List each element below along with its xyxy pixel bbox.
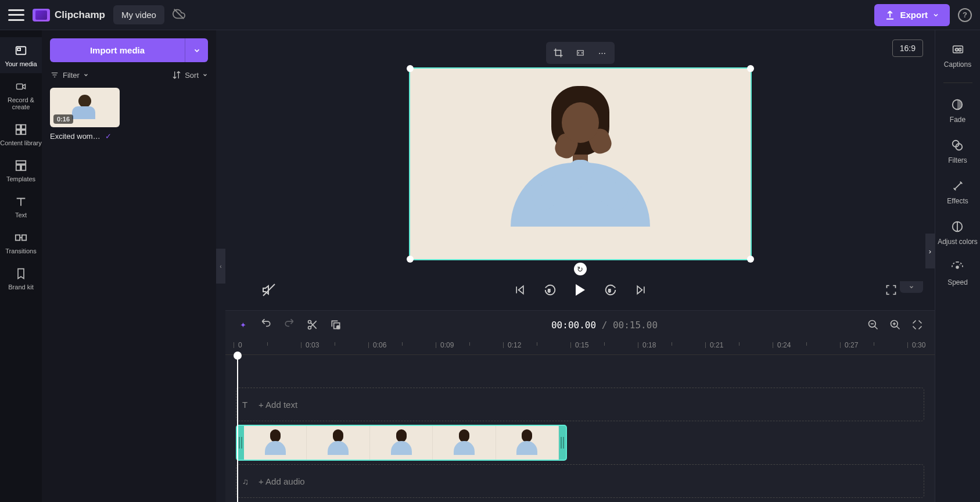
divider xyxy=(943,83,972,83)
thumbnail-figure xyxy=(72,95,98,120)
collapse-timeline-button[interactable] xyxy=(900,281,923,293)
brand-name: Clipchamp xyxy=(55,9,105,21)
adjust-colors-icon xyxy=(950,219,965,234)
crop-toolbar: ⋯ xyxy=(546,42,615,64)
svg-rect-3 xyxy=(17,84,23,89)
collapse-panel-button[interactable]: ‹ xyxy=(216,249,225,284)
rail-label: Templates xyxy=(6,175,35,182)
media-title: Excited wom… xyxy=(50,132,100,141)
fade-button[interactable]: Fade xyxy=(950,97,965,124)
svg-text:5: 5 xyxy=(548,288,550,293)
undo-button[interactable] xyxy=(259,318,273,332)
svg-rect-2 xyxy=(17,48,20,51)
redo-button[interactable] xyxy=(282,318,296,332)
resize-handle-br[interactable] xyxy=(747,256,754,263)
timeline-ruler[interactable]: 00:030:060:090:120:150:180:210:240:270:3… xyxy=(225,339,935,355)
ruler-tick: 0:27 xyxy=(845,341,858,349)
adjust-colors-button[interactable]: Adjust colors xyxy=(938,219,978,246)
split-button[interactable] xyxy=(306,318,320,332)
ruler-tick: 0:30 xyxy=(912,341,925,349)
playhead[interactable] xyxy=(237,355,238,502)
mute-button[interactable] xyxy=(260,281,278,299)
rail-content-library[interactable]: Content library xyxy=(0,116,42,152)
brand-logo: Clipchamp xyxy=(33,9,105,21)
add-audio-label: + Add audio xyxy=(259,476,305,486)
zoom-fit-button[interactable] xyxy=(910,318,924,332)
video-clip[interactable] xyxy=(236,425,567,461)
add-audio-track[interactable]: ♫ + Add audio xyxy=(236,464,924,498)
rr-label: Adjust colors xyxy=(938,238,978,246)
rail-brand-kit[interactable]: Brand kit xyxy=(0,260,42,296)
video-preview[interactable]: ↻ xyxy=(409,67,752,260)
crop-tool[interactable] xyxy=(548,44,568,62)
project-name[interactable]: My video xyxy=(113,5,164,24)
svg-point-24 xyxy=(308,321,311,324)
more-tool[interactable]: ⋯ xyxy=(593,44,612,62)
filter-label: Filter xyxy=(63,71,80,80)
clip-thumbnails xyxy=(244,426,559,460)
rr-label: Fade xyxy=(950,116,965,124)
svg-line-29 xyxy=(875,327,878,329)
menu-button[interactable] xyxy=(8,9,24,21)
ai-tool[interactable]: ✦ xyxy=(236,318,250,332)
rr-label: Effects xyxy=(947,197,968,205)
ruler-tick: 0:03 xyxy=(306,341,319,349)
ruler-tick: 0:09 xyxy=(440,341,454,349)
import-media-button[interactable]: Import media xyxy=(50,38,185,62)
duplicate-button[interactable] xyxy=(329,318,343,332)
export-button[interactable]: Export xyxy=(874,4,950,26)
forward-5s-button[interactable]: 5 xyxy=(602,281,619,299)
resize-handle-bl[interactable] xyxy=(407,256,414,263)
skip-back-button[interactable] xyxy=(511,281,529,299)
ruler-tick: 0:21 xyxy=(710,341,723,349)
rotate-handle[interactable]: ↻ xyxy=(574,263,587,275)
import-dropdown[interactable] xyxy=(185,38,208,62)
media-thumbnail[interactable]: 0:16 xyxy=(50,88,120,127)
rewind-5s-button[interactable]: 5 xyxy=(541,281,559,299)
help-button[interactable]: ? xyxy=(958,8,972,22)
rail-templates[interactable]: Templates xyxy=(0,152,42,188)
fullscreen-button[interactable] xyxy=(882,281,900,299)
media-item[interactable]: 0:16 Excited wom… ✓ xyxy=(50,88,120,141)
skip-forward-button[interactable] xyxy=(632,281,649,299)
resize-handle-tl[interactable] xyxy=(407,65,414,72)
rail-label: Text xyxy=(15,211,27,218)
sort-button[interactable]: Sort xyxy=(172,70,208,80)
svg-text:5: 5 xyxy=(608,288,611,293)
rail-label: Record & create xyxy=(0,96,42,110)
rail-your-media[interactable]: Your media xyxy=(0,37,42,73)
media-icon xyxy=(13,43,28,58)
speed-icon xyxy=(950,260,965,275)
filters-button[interactable]: Filters xyxy=(948,138,967,164)
rail-label: Your media xyxy=(5,60,37,67)
effects-button[interactable]: Effects xyxy=(947,178,968,205)
resize-handle-tr[interactable] xyxy=(747,65,754,72)
collapse-right-panel-button[interactable]: › xyxy=(925,234,935,268)
svg-rect-10 xyxy=(21,165,26,170)
rail-record-create[interactable]: Record & create xyxy=(0,73,42,116)
rail-text[interactable]: Text xyxy=(0,188,42,224)
captions-button[interactable]: CC Captions xyxy=(944,42,971,69)
svg-rect-8 xyxy=(16,161,26,164)
cloud-off-icon[interactable] xyxy=(173,8,185,22)
add-text-track[interactable]: T + Add text xyxy=(236,388,924,421)
text-track-icon: T xyxy=(242,400,253,410)
filter-button[interactable]: Filter xyxy=(50,70,89,80)
clip-trim-right[interactable] xyxy=(559,426,566,460)
svg-marker-18 xyxy=(518,286,523,293)
play-button[interactable] xyxy=(572,281,589,299)
svg-text:CC: CC xyxy=(955,47,961,52)
check-icon: ✓ xyxy=(105,132,112,141)
rr-label: Speed xyxy=(947,278,968,286)
rail-transitions[interactable]: Transitions xyxy=(0,224,42,260)
zoom-out-button[interactable] xyxy=(866,318,880,332)
rr-label: Filters xyxy=(948,156,967,164)
fit-tool[interactable] xyxy=(570,44,590,62)
captions-icon: CC xyxy=(950,42,965,57)
zoom-in-button[interactable] xyxy=(888,318,902,332)
aspect-ratio-badge[interactable]: 16:9 xyxy=(892,40,923,57)
timeline-timecode: 00:00.00 / 00:15.00 xyxy=(352,320,857,331)
rail-label: Brand kit xyxy=(8,284,33,291)
brand-kit-icon xyxy=(13,266,28,281)
speed-button[interactable]: Speed xyxy=(947,260,968,286)
